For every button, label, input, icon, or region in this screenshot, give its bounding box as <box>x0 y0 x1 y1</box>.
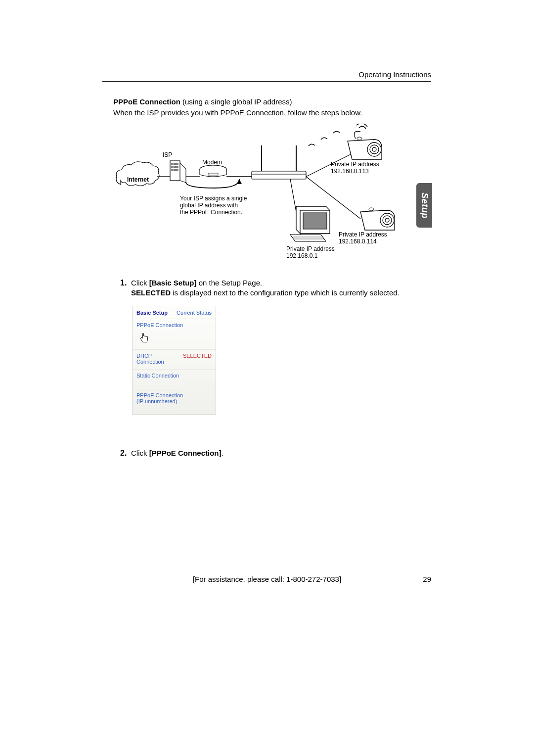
step1-text-rest: is displayed next to the configuration t… <box>171 288 400 297</box>
section-title: PPPoE Connection (using a single global … <box>113 97 292 106</box>
cam2-ip-label1: Private IP address <box>339 231 387 238</box>
step-number: 1. <box>120 278 127 288</box>
arrowhead-icon <box>237 179 242 184</box>
camera-icon: Private IP address 192.168.0.114 <box>339 208 395 245</box>
cam1-ip-label2: 192.168.0.113 <box>331 168 369 175</box>
wireless-wave-icon <box>321 138 327 140</box>
header-rule <box>102 81 431 82</box>
basic-setup-heading: Basic Setup <box>136 310 168 316</box>
isp-label: ISP <box>163 151 172 158</box>
pppoe-connection-row[interactable]: PPPoE Connection <box>133 319 216 350</box>
step-1: 1. Click [Basic Setup] on the Setup Page… <box>131 278 433 298</box>
isp-building-icon: ISP <box>163 151 186 183</box>
pppoe-unnumbered-link-2[interactable]: (IP unnumbered) <box>136 398 177 404</box>
svg-rect-14 <box>208 173 218 175</box>
step1-bold: [Basic Setup] <box>149 279 197 287</box>
network-diagram: Internet ISP Modem <box>113 124 432 265</box>
pppoe-connection-link[interactable]: PPPoE Connection <box>136 322 183 328</box>
pc-ip-label1: Private IP address <box>286 245 335 252</box>
internet-cloud-icon: Internet <box>116 162 159 186</box>
wireless-wave-icon <box>309 144 315 146</box>
note-line1: Your ISP assigns a single <box>180 195 247 202</box>
svg-rect-28 <box>303 213 327 229</box>
running-header: Operating Instructions <box>358 70 431 79</box>
wireless-wave-icon <box>333 131 340 133</box>
svg-point-22 <box>357 137 362 140</box>
side-tab: Setup <box>416 183 432 228</box>
svg-line-3 <box>180 181 186 183</box>
step1-selected-bold: SELECTED <box>131 288 171 297</box>
section-title-bold: PPPoE Connection <box>113 97 180 106</box>
step2-bold: [PPPoE Connection] <box>149 449 222 457</box>
step-2: 2. Click [PPPoE Connection]. <box>131 448 433 458</box>
cam2-ip-label2: 192.168.0.114 <box>339 238 377 245</box>
step-number: 2. <box>120 448 127 459</box>
internet-label: Internet <box>127 176 149 183</box>
section-title-rest: (using a single global IP address) <box>180 97 292 106</box>
cam1-ip-label1: Private IP address <box>331 161 379 168</box>
setup-screenshot: Basic Setup Current Status PPPoE Connect… <box>132 306 216 415</box>
dhcp-connection-row[interactable]: DHCP Connection SELECTED <box>133 350 216 370</box>
step1-text-a: Click <box>131 279 149 287</box>
modem-icon: Modem <box>200 159 226 177</box>
assign-arrow <box>186 179 239 188</box>
svg-point-26 <box>369 208 374 211</box>
section-subtitle: When the ISP provides you with PPPoE Con… <box>113 108 362 117</box>
note-line2: global IP address with <box>180 202 238 209</box>
side-tab-label: Setup <box>419 192 430 219</box>
dhcp-connection-link[interactable]: DHCP Connection <box>136 353 180 365</box>
current-status-label: Current Status <box>177 310 212 316</box>
step2-text-c: . <box>222 449 223 457</box>
step2-text-a: Click <box>131 449 149 457</box>
hand-cursor-icon <box>139 332 149 345</box>
svg-line-1 <box>180 163 186 169</box>
pc-icon: Private IP address 192.168.0.1 <box>286 206 335 259</box>
note-line3: the PPPoE Connection. <box>180 209 242 216</box>
pc-ip-label2: 192.168.0.1 <box>286 252 318 259</box>
static-connection-row[interactable]: Static Connection <box>133 370 216 389</box>
pppoe-unnumbered-row[interactable]: PPPoE Connection (IP unnumbered) <box>133 389 216 414</box>
modem-label: Modem <box>202 159 222 166</box>
pppoe-unnumbered-link-1[interactable]: PPPoE Connection <box>136 392 183 398</box>
selected-indicator: SELECTED <box>183 353 212 359</box>
footer-assistance: [For assistance, please call: 1-800-272-… <box>0 575 534 583</box>
static-connection-link[interactable]: Static Connection <box>136 373 179 378</box>
ui-header-row: Basic Setup Current Status <box>133 306 216 319</box>
router-icon <box>252 145 306 179</box>
svg-point-25 <box>385 218 389 222</box>
step1-text-c: on the Setup Page. <box>197 279 263 287</box>
svg-point-21 <box>372 147 376 151</box>
page-number: 29 <box>423 575 431 583</box>
svg-rect-16 <box>252 171 306 174</box>
